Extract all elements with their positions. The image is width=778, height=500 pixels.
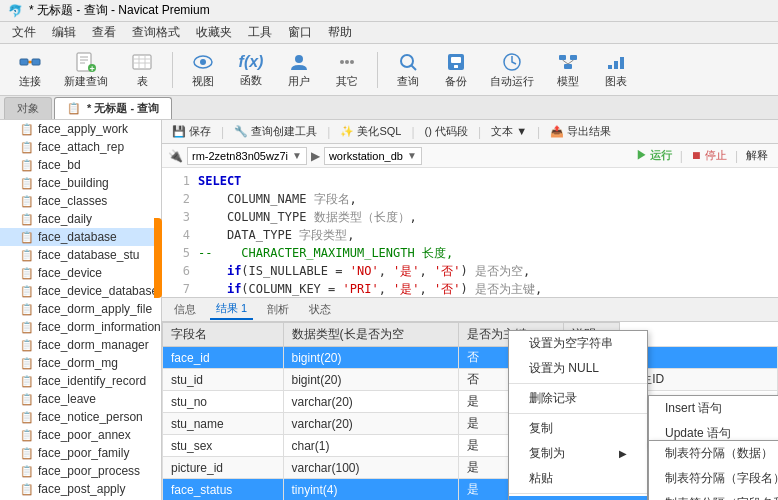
submenu-tab-sep-both[interactable]: 制表符分隔（字段名和数据）	[649, 491, 778, 500]
sidebar-item-face_database[interactable]: 📋face_database	[0, 228, 161, 246]
title-bar: 🐬 * 无标题 - 查询 - Navicat Premium	[0, 0, 778, 22]
svg-rect-24	[451, 57, 461, 63]
svg-rect-1	[32, 59, 40, 65]
query-label: 查询	[397, 74, 419, 89]
beautify-sql-button[interactable]: ✨ 美化SQL	[336, 122, 405, 141]
query-toolbar: 💾 保存 | 🔧 查询创建工具 | ✨ 美化SQL | () 代码段 | 文本 …	[162, 120, 778, 144]
ctx-set-empty-string[interactable]: 设置为空字符串	[509, 331, 647, 356]
save-button[interactable]: 💾 保存	[168, 122, 215, 141]
sidebar-item-face_notice_person[interactable]: 📋face_notice_person	[0, 408, 161, 426]
server-select[interactable]: rm-2zetn83n05wz7i ▼	[187, 147, 307, 165]
sidebar-item-face_database_stu[interactable]: 📋face_database_stu	[0, 246, 161, 264]
sidebar-item-face_post_apply[interactable]: 📋face_post_apply	[0, 480, 161, 498]
function-label: 函数	[240, 73, 262, 88]
ctx-delete-record[interactable]: 删除记录	[509, 386, 647, 411]
explain-button[interactable]: 解释	[742, 146, 772, 165]
ctx-display[interactable]: 显示 ▶	[509, 496, 647, 500]
sidebar-item-face_dorm_information[interactable]: 📋face_dorm_information	[0, 318, 161, 336]
submenu-tab-sep-data[interactable]: 制表符分隔（数据）	[649, 441, 778, 466]
connect-button[interactable]: 连接	[8, 48, 52, 92]
sidebar-item-face_attach_rep[interactable]: 📋face_attach_rep	[0, 138, 161, 156]
other-button[interactable]: 其它	[325, 48, 369, 92]
text-button[interactable]: 文本 ▼	[487, 122, 531, 141]
sidebar-item-face_poor_process[interactable]: 📋face_poor_process	[0, 462, 161, 480]
user-button[interactable]: 用户	[277, 48, 321, 92]
snippet-button[interactable]: () 代码段	[421, 122, 472, 141]
tab-status[interactable]: 状态	[303, 300, 337, 319]
table-button[interactable]: 表	[120, 48, 164, 92]
view-icon	[191, 51, 215, 73]
export-button[interactable]: 📤 导出结果	[546, 122, 615, 141]
tab-query-icon: 📋	[67, 102, 81, 114]
query-builder-button[interactable]: 🔧 查询创建工具	[230, 122, 321, 141]
svg-rect-27	[559, 55, 566, 60]
sidebar-item-face_poor_family[interactable]: 📋face_poor_family	[0, 444, 161, 462]
sep2	[377, 52, 378, 88]
other-icon	[335, 51, 359, 73]
svg-point-17	[295, 55, 303, 63]
sidebar-item-face_dorm_mg[interactable]: 📋face_dorm_mg	[0, 354, 161, 372]
function-button[interactable]: f(x) 函数	[229, 48, 273, 92]
view-label: 视图	[192, 74, 214, 89]
menu-item-查看[interactable]: 查看	[84, 22, 124, 43]
sidebar-item-face_classes[interactable]: 📋face_classes	[0, 192, 161, 210]
backup-button[interactable]: 备份	[434, 48, 478, 92]
ctx-paste[interactable]: 粘贴	[509, 466, 647, 491]
autorun-button[interactable]: 自动运行	[482, 48, 542, 92]
sidebar-item-face_dorm_manager[interactable]: 📋face_dorm_manager	[0, 336, 161, 354]
sidebar-item-face_building[interactable]: 📋face_building	[0, 174, 161, 192]
sidebar-item-face_poor_annex[interactable]: 📋face_poor_annex	[0, 426, 161, 444]
ctx-copy[interactable]: 复制	[509, 416, 647, 441]
menu-item-查询格式[interactable]: 查询格式	[124, 22, 188, 43]
menu-item-编辑[interactable]: 编辑	[44, 22, 84, 43]
chart-button[interactable]: 图表	[594, 48, 638, 92]
svg-point-19	[345, 60, 349, 64]
table-label: 表	[137, 74, 148, 89]
cell-type: varchar(20)	[283, 391, 459, 413]
sidebar-item-face_identify_record[interactable]: 📋face_identify_record	[0, 372, 161, 390]
sidebar-item-face_device[interactable]: 📋face_device	[0, 264, 161, 282]
sidebar-item-face_dorm_apply_file[interactable]: 📋face_dorm_apply_file	[0, 300, 161, 318]
tab-info[interactable]: 信息	[168, 300, 202, 319]
cell-type: varchar(100)	[283, 457, 459, 479]
tab-object[interactable]: 对象	[4, 97, 52, 119]
model-icon	[556, 51, 580, 73]
view-button[interactable]: 视图	[181, 48, 225, 92]
sidebar-item-face_leave[interactable]: 📋face_leave	[0, 390, 161, 408]
menu-bar: 文件编辑查看查询格式收藏夹工具窗口帮助	[0, 22, 778, 44]
run-button[interactable]: ▶ 运行	[632, 146, 676, 165]
sql-editor[interactable]: 1 SELECT 2 COLUMN_NAME 字段名, 3 COLUMN_TYP…	[162, 168, 778, 298]
backup-label: 备份	[445, 74, 467, 89]
tab-result1[interactable]: 结果 1	[210, 299, 253, 320]
tab-profile[interactable]: 剖析	[261, 300, 295, 319]
sidebar-item-face_bd[interactable]: 📋face_bd	[0, 156, 161, 174]
backup-icon	[444, 51, 468, 73]
ctx-copy-as[interactable]: 复制为 ▶	[509, 441, 647, 466]
stop-button[interactable]: ⏹ 停止	[687, 146, 731, 165]
new-query-button[interactable]: + 新建查询	[56, 48, 116, 92]
db-select[interactable]: workstation_db ▼	[324, 147, 422, 165]
menu-item-工具[interactable]: 工具	[240, 22, 280, 43]
ctx-set-null[interactable]: 设置为 NULL	[509, 356, 647, 381]
svg-rect-33	[614, 61, 618, 69]
table-row[interactable]: face_id bigint(20) 否 是 ID	[163, 347, 778, 369]
model-button[interactable]: 模型	[546, 48, 590, 92]
svg-rect-29	[564, 64, 572, 69]
cell-field: stu_sex	[163, 435, 284, 457]
submenu-tab-sep-field[interactable]: 制表符分隔（字段名）	[649, 466, 778, 491]
sql-line-5: 5 -- CHARACTER_MAXIMUM_LENGTH 长度,	[170, 244, 770, 262]
svg-line-30	[563, 60, 569, 64]
menu-item-帮助[interactable]: 帮助	[320, 22, 360, 43]
tab-query[interactable]: 📋 * 无标题 - 查询	[54, 97, 172, 119]
menu-item-收藏夹[interactable]: 收藏夹	[188, 22, 240, 43]
cell-field: stu_name	[163, 413, 284, 435]
menu-item-窗口[interactable]: 窗口	[280, 22, 320, 43]
sidebar-item-face_apply_work[interactable]: 📋face_apply_work	[0, 120, 161, 138]
sidebar-item-face_device_database[interactable]: 📋face_device_database	[0, 282, 161, 300]
sidebar-item-face_daily[interactable]: 📋face_daily	[0, 210, 161, 228]
menu-item-文件[interactable]: 文件	[4, 22, 44, 43]
query-button[interactable]: 查询	[386, 48, 430, 92]
submenu-insert-sql[interactable]: Insert 语句	[649, 396, 778, 421]
db-icon: 🔌	[168, 149, 183, 163]
table-row[interactable]: stu_id bigint(20) 否 否 学生ID	[163, 369, 778, 391]
